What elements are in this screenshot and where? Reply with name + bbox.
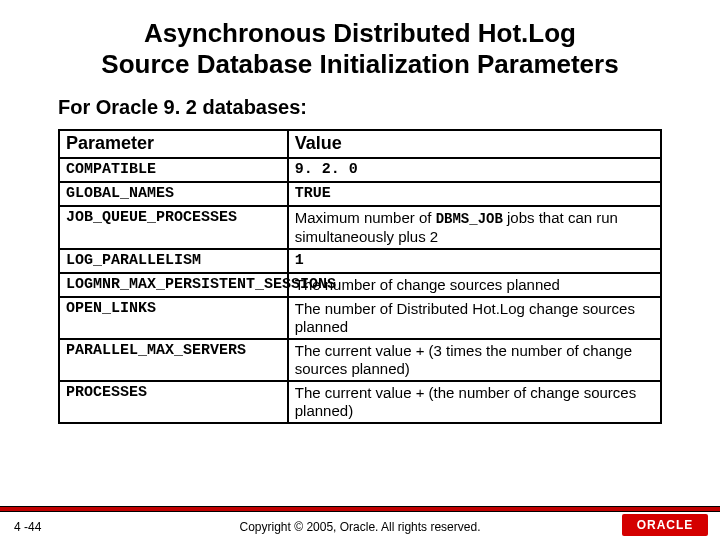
param-name: GLOBAL_NAMES <box>59 182 288 206</box>
title-line-2: Source Database Initialization Parameter… <box>101 49 618 79</box>
param-name: LOGMNR_MAX_PERSISTENT_SESSIONS <box>59 273 288 297</box>
footer-divider <box>0 506 720 512</box>
param-value: The current value + (3 times the number … <box>288 339 661 381</box>
parameter-table: Parameter Value COMPATIBLE 9. 2. 0 GLOBA… <box>58 129 662 423</box>
param-name: LOG_PARALLELISM <box>59 249 288 273</box>
content: Asynchronous Distributed Hot.Log Source … <box>0 0 720 540</box>
param-value: TRUE <box>288 182 661 206</box>
table-row: LOGMNR_MAX_PERSISTENT_SESSIONS The numbe… <box>59 273 661 297</box>
value-code-inline: DBMS_JOB <box>436 211 503 227</box>
table-header-row: Parameter Value <box>59 130 661 158</box>
param-name: JOB_QUEUE_PROCESSES <box>59 206 288 249</box>
param-name: PROCESSES <box>59 381 288 423</box>
footer: 4 -44 Copyright © 2005, Oracle. All righ… <box>0 506 720 540</box>
param-value: The number of Distributed Hot.Log change… <box>288 297 661 339</box>
header-value: Value <box>288 130 661 158</box>
header-parameter: Parameter <box>59 130 288 158</box>
table-row: PROCESSES The current value + (the numbe… <box>59 381 661 423</box>
title-line-1: Asynchronous Distributed Hot.Log <box>144 18 576 48</box>
oracle-logo-text: ORACLE <box>637 518 694 532</box>
param-value: The current value + (the number of chang… <box>288 381 661 423</box>
param-name: PARALLEL_MAX_SERVERS <box>59 339 288 381</box>
value-text-pre: Maximum number of <box>295 209 436 226</box>
slide: Asynchronous Distributed Hot.Log Source … <box>0 0 720 540</box>
param-name: COMPATIBLE <box>59 158 288 182</box>
table-row: GLOBAL_NAMES TRUE <box>59 182 661 206</box>
param-value: 1 <box>288 249 661 273</box>
table-row: OPEN_LINKS The number of Distributed Hot… <box>59 297 661 339</box>
param-value: The number of change sources planned <box>288 273 661 297</box>
param-value: Maximum number of DBMS_JOB jobs that can… <box>288 206 661 249</box>
param-name: OPEN_LINKS <box>59 297 288 339</box>
table-row: LOG_PARALLELISM 1 <box>59 249 661 273</box>
oracle-logo: ORACLE <box>622 514 708 536</box>
subhead: For Oracle 9. 2 databases: <box>0 90 720 129</box>
table-row: COMPATIBLE 9. 2. 0 <box>59 158 661 182</box>
parameter-table-wrap: Parameter Value COMPATIBLE 9. 2. 0 GLOBA… <box>0 129 720 423</box>
copyright-text: Copyright © 2005, Oracle. All rights res… <box>0 520 720 534</box>
page-title: Asynchronous Distributed Hot.Log Source … <box>0 0 720 90</box>
table-row: JOB_QUEUE_PROCESSES Maximum number of DB… <box>59 206 661 249</box>
table-row: PARALLEL_MAX_SERVERS The current value +… <box>59 339 661 381</box>
param-value: 9. 2. 0 <box>288 158 661 182</box>
